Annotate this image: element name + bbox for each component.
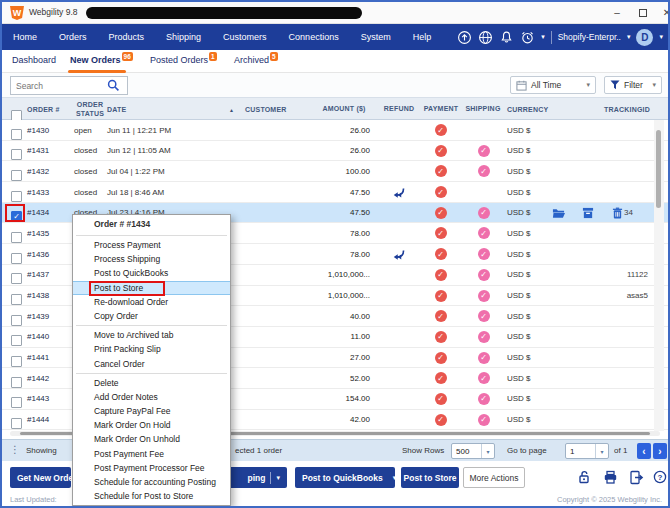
sync-globe-icon[interactable] [478, 30, 493, 45]
col-currency[interactable]: CURRENCY [507, 98, 548, 121]
context-menu-item[interactable]: Process Payment [73, 238, 230, 252]
table-row[interactable]: #1431closedJun 12 | 11:05 AM26.00✓✓USD $ [2, 141, 668, 162]
context-menu-item[interactable]: Post Payment Processor Fee [73, 461, 230, 475]
quickbooks-split-caret-icon[interactable]: ▾ [393, 474, 395, 482]
currency-cell: USD $ [507, 182, 531, 202]
menu-customers[interactable]: Customers [212, 24, 278, 50]
print-icon[interactable] [602, 469, 618, 485]
row-checkbox[interactable] [11, 129, 22, 140]
context-menu-item[interactable]: Capture PayPal Fee [73, 404, 230, 418]
show-rows-select[interactable]: 500 ▾ [451, 443, 495, 459]
row-checkbox[interactable] [11, 335, 22, 346]
menu-connections[interactable]: Connections [278, 24, 350, 50]
row-checkbox[interactable] [11, 232, 22, 243]
lock-icon[interactable] [576, 469, 592, 485]
col-date[interactable]: DATE [107, 98, 126, 121]
delete-trash-icon[interactable] [612, 203, 623, 223]
search-input[interactable] [11, 80, 107, 92]
post-to-store-button[interactable]: Post to Store [401, 467, 459, 488]
date-range-dropdown[interactable]: All Time ▾ [510, 76, 596, 94]
order-number-cell: #1439 [27, 306, 49, 326]
context-menu-item[interactable]: Mark Order On Unhold [73, 432, 230, 446]
context-menu-item[interactable]: Copy Order [73, 309, 230, 323]
context-menu-item[interactable]: Print Packing Slip [73, 342, 230, 356]
context-menu-item[interactable]: Move to Archived tab [73, 328, 230, 342]
search-icon[interactable] [107, 79, 120, 92]
context-menu-item[interactable]: Cancel Order [73, 357, 230, 371]
post-to-quickbooks-button[interactable]: Post to QuickBooks▾ [295, 467, 395, 488]
context-menu-item[interactable]: Post Payment Fee [73, 447, 230, 461]
help-icon[interactable]: ? [652, 469, 668, 485]
maximize-button[interactable] [634, 4, 652, 21]
user-avatar[interactable]: D [636, 29, 653, 46]
order-number-cell: #1440 [27, 327, 49, 347]
context-menu-item[interactable]: Schedule for Post to Store [73, 489, 230, 503]
col-customer[interactable]: CUSTOMER [245, 98, 287, 121]
row-checkbox[interactable] [11, 273, 22, 284]
archive-icon[interactable] [582, 203, 594, 223]
menu-home[interactable]: Home [2, 24, 48, 50]
col-order-number[interactable]: ORDER # [27, 98, 60, 121]
row-checkbox[interactable] [11, 191, 22, 202]
row-checkbox[interactable] [11, 418, 22, 429]
more-actions-button[interactable]: More Actions [463, 467, 525, 488]
tab-posted-orders[interactable]: Posted Orders1 [150, 50, 217, 73]
menu-products[interactable]: Products [98, 24, 156, 50]
get-new-orders-button[interactable]: Get New Orde [10, 467, 71, 488]
open-folder-icon[interactable] [552, 203, 565, 223]
shipping-processed-icon: ✓ [478, 227, 490, 239]
sort-ascending-icon[interactable]: ▲ [229, 98, 234, 121]
scheduler-alarm-icon[interactable] [520, 30, 535, 45]
col-shipping[interactable]: SHIPPING [461, 98, 505, 121]
previous-page-button[interactable]: ‹ [637, 443, 651, 459]
alarm-dropdown-caret-icon[interactable]: ▾ [541, 33, 545, 41]
row-checkbox[interactable] [11, 170, 22, 181]
row-checkbox[interactable] [11, 377, 22, 388]
context-menu-item[interactable]: Re-download Order [73, 295, 230, 309]
col-payment[interactable]: PAYMENT [419, 98, 463, 121]
row-checkbox[interactable] [11, 149, 22, 160]
menu-system[interactable]: System [350, 24, 402, 50]
row-checkbox[interactable] [11, 294, 22, 305]
context-menu-item[interactable]: Schedule for accounting Posting [73, 475, 230, 489]
table-row[interactable]: #1430openJun 11 | 12:21 PM26.00✓USD $ [2, 120, 668, 141]
col-trackingid[interactable]: TRACKINGID [570, 98, 650, 121]
store-selector[interactable]: Shopify-Enterpr.. [558, 32, 621, 42]
menu-orders[interactable]: Orders [48, 24, 98, 50]
row-checkbox[interactable] [11, 315, 22, 326]
menu-help[interactable]: Help [402, 24, 443, 50]
context-menu-item[interactable]: Delete [73, 376, 230, 390]
avatar-dropdown-caret-icon[interactable]: ▾ [659, 33, 663, 41]
next-page-button[interactable]: › [653, 443, 667, 459]
upload-icon[interactable] [457, 30, 472, 45]
export-icon[interactable] [628, 469, 644, 485]
close-button[interactable]: ✕ [658, 4, 670, 21]
col-refund[interactable]: REFUND [379, 98, 419, 121]
context-menu-item[interactable]: Add Order Notes [73, 390, 230, 404]
amount-cell: 26.00 [272, 120, 370, 140]
search-box[interactable] [10, 76, 128, 95]
row-checkbox[interactable] [11, 253, 22, 264]
vertical-scrollbar[interactable] [654, 120, 664, 431]
context-menu-item[interactable]: Post to QuickBooks [73, 266, 230, 280]
tab-archived[interactable]: Archived5 [234, 50, 278, 73]
col-amount[interactable]: AMOUNT ($) [318, 98, 370, 121]
context-menu-item[interactable]: Post to Store [73, 281, 230, 295]
row-checkbox[interactable] [11, 356, 22, 367]
store-dropdown-caret-icon[interactable]: ▾ [627, 33, 631, 41]
vertical-scrollbar-thumb[interactable] [656, 130, 661, 208]
table-row[interactable]: #1432closedJul 04 | 1:22 PM100.00✓✓USD $ [2, 161, 668, 182]
row-checkbox[interactable] [11, 397, 22, 408]
context-menu-item[interactable]: Mark Order On Hold [73, 418, 230, 432]
table-row[interactable]: #1433closedJul 18 | 8:46 AM47.50✓USD $ [2, 182, 668, 203]
page-select[interactable]: 1 ▾ [565, 443, 609, 459]
menu-shipping[interactable]: Shipping [155, 24, 212, 50]
col-order-status[interactable]: ORDER STATUS [71, 98, 109, 121]
tab-dashboard[interactable]: Dashboard [12, 50, 56, 73]
tracking-cell [568, 161, 648, 181]
minimize-button[interactable]: – [608, 4, 626, 21]
context-menu-item[interactable]: Process Shipping [73, 252, 230, 266]
notifications-bell-icon[interactable] [499, 30, 514, 45]
filter-dropdown[interactable]: Filter ▾ [604, 76, 662, 94]
shipping-split-caret-icon[interactable]: ▾ [276, 474, 280, 482]
